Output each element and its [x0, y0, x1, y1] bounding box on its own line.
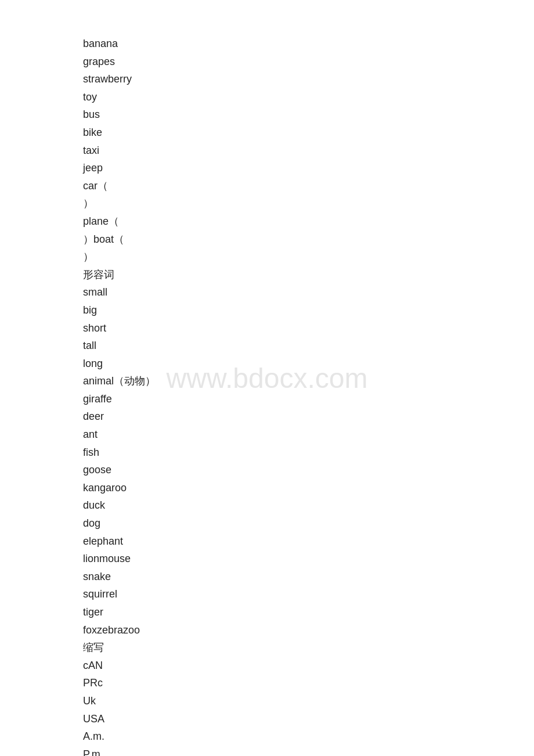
- list-item: elephant: [83, 532, 534, 550]
- list-item: long: [83, 355, 534, 373]
- list-item: tiger: [83, 603, 534, 621]
- list-item: car（: [83, 177, 534, 195]
- list-item: jeep: [83, 159, 534, 177]
- list-item: duck: [83, 496, 534, 514]
- list-item: animal（动物）: [83, 372, 534, 390]
- list-item: 缩写: [83, 639, 534, 657]
- list-item: A.m.: [83, 728, 534, 746]
- list-item: kangaroo: [83, 479, 534, 497]
- list-item: foxzebrazoo: [83, 621, 534, 639]
- list-item: squirrel: [83, 585, 534, 603]
- list-item: plane（: [83, 213, 534, 231]
- list-item: goose: [83, 461, 534, 479]
- list-item: ）: [83, 195, 534, 213]
- list-item: Uk: [83, 692, 534, 710]
- list-item: fish: [83, 444, 534, 462]
- list-item: cAN: [83, 657, 534, 675]
- list-item: short: [83, 319, 534, 337]
- list-item: ant: [83, 426, 534, 444]
- list-item: deer: [83, 408, 534, 426]
- list-item: ）: [83, 248, 534, 266]
- list-item: dog: [83, 514, 534, 532]
- list-item: big: [83, 301, 534, 319]
- list-item: grapes: [83, 53, 534, 71]
- list-item: ）boat（: [83, 231, 534, 249]
- list-item: bike: [83, 124, 534, 142]
- list-item: bus: [83, 106, 534, 124]
- list-item: strawberry: [83, 70, 534, 88]
- list-item: snake: [83, 568, 534, 586]
- list-item: lionmouse: [83, 550, 534, 568]
- list-item: toy: [83, 88, 534, 106]
- list-item: giraffe: [83, 390, 534, 408]
- list-item: small: [83, 283, 534, 301]
- word-list: bananagrapesstrawberrytoybusbiketaxijeep…: [83, 35, 534, 756]
- list-item: USA: [83, 710, 534, 728]
- list-item: 形容词: [83, 266, 534, 284]
- list-item: banana: [83, 35, 534, 53]
- list-item: tall: [83, 337, 534, 355]
- list-item: taxi: [83, 142, 534, 160]
- list-item: P.m.: [83, 746, 534, 756]
- list-item: PRc: [83, 674, 534, 692]
